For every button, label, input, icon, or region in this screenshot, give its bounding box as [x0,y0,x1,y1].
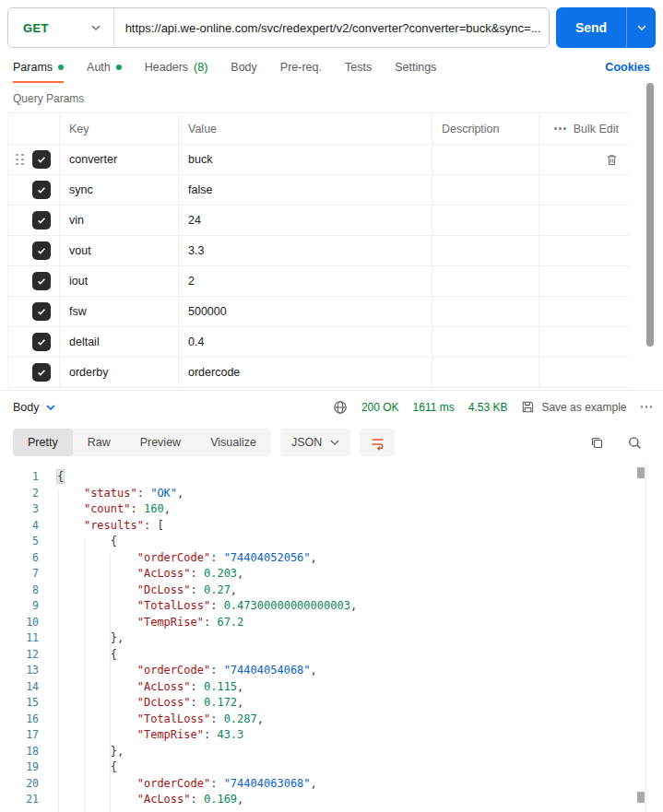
param-row-sync: syncfalse [8,175,630,206]
param-actions-cell [539,175,630,205]
code-line: 18 }, [0,744,663,760]
floppy-disk-icon [521,400,535,414]
url-input[interactable]: https://api.we-online.com/svc/redexpert/… [114,21,549,35]
globe-icon[interactable] [333,400,348,415]
param-value-field[interactable]: 0.4 [179,327,432,357]
param-row-vout: vout3.3 [8,236,630,266]
param-checkbox[interactable] [32,363,51,382]
tab-settings[interactable]: Settings [395,61,436,83]
param-checkbox[interactable] [32,302,51,321]
line-number: 12 [0,647,42,664]
param-checkbox[interactable] [32,150,51,169]
more-options-icon[interactable] [554,127,566,130]
line-content: "orderCode": "74404054068", [57,663,317,679]
param-value-field[interactable]: ordercode [179,358,432,387]
param-checkbox[interactable] [32,241,51,260]
line-number: 14 [0,679,42,696]
param-value-field[interactable]: buck [179,145,432,174]
line-number: 6 [0,550,42,567]
send-button[interactable]: Send [556,7,656,48]
param-description-field[interactable] [432,297,539,326]
response-more-options-icon[interactable] [641,406,653,408]
param-checkbox[interactable] [32,211,51,229]
param-key-field[interactable]: deltail [60,327,179,357]
format-selector[interactable]: JSON [280,429,350,456]
tab-tests[interactable]: Tests [345,61,372,83]
tab-params[interactable]: Params [13,61,64,83]
view-tab-raw[interactable]: Raw [73,429,125,456]
param-key-field[interactable]: converter [60,145,179,174]
param-description-field[interactable] [432,327,539,357]
param-checkbox[interactable] [32,181,51,199]
line-content: "TempRise": 67.2 [57,615,243,631]
param-key-field[interactable]: vout [60,236,179,265]
param-key-field[interactable]: iout [60,266,179,296]
param-description-field[interactable] [432,358,539,387]
param-select-cell [8,236,60,265]
drag-handle-icon[interactable] [16,154,26,166]
param-actions-cell [539,236,630,265]
param-key-field[interactable]: sync [60,175,179,205]
code-line: 15 "DcLoss": 0.172, [0,695,663,712]
param-value-field[interactable]: 24 [179,206,432,235]
param-checkbox[interactable] [32,272,51,290]
param-actions-cell [539,327,630,357]
wrap-text-button[interactable] [360,429,395,456]
method-selector[interactable]: GET [8,8,113,47]
param-description-field[interactable] [432,175,539,205]
code-line: 11 }, [0,630,663,647]
view-tab-preview[interactable]: Preview [125,429,195,456]
code-line: 5 { [0,534,663,550]
url-bar: GET https://api.we-online.com/svc/redexp… [7,7,550,48]
param-select-cell [8,206,60,235]
param-key-field[interactable]: fsw [60,297,179,326]
trash-icon[interactable] [605,153,619,167]
param-checkbox[interactable] [32,333,51,351]
code-line: 4 "results": [ [0,518,663,535]
tab-headers[interactable]: Headers(8) [145,61,208,83]
code-line: 12 { [0,647,663,664]
code-line: 21 "AcLoss": 0.169, [0,792,663,808]
cookies-link[interactable]: Cookies [605,61,650,81]
tab-auth[interactable]: Auth [87,61,122,83]
view-tab-visualize[interactable]: Visualize [195,429,271,456]
param-description-field[interactable] [432,236,539,265]
param-row-orderby: orderbyordercode [8,358,630,388]
response-time[interactable]: 1611 ms [413,401,455,414]
api-client-window: GET https://api.we-online.com/svc/redexp… [0,0,663,812]
code-scrollbar-thumb-bottom[interactable] [637,792,645,803]
view-tab-pretty[interactable]: Pretty [13,429,73,456]
send-options-chevron-icon[interactable] [626,7,656,48]
tab-label: Tests [345,61,372,74]
params-scrollbar[interactable] [646,83,654,347]
param-key-field[interactable]: vin [60,206,179,235]
status-badge[interactable]: 200 OK [361,401,399,414]
copy-icon[interactable] [589,435,605,451]
param-value-field[interactable]: 3.3 [179,236,432,265]
code-line: 17 "TempRise": 43.3 [0,727,663,744]
search-icon[interactable] [627,435,643,451]
param-description-field[interactable] [432,266,539,296]
param-value-field[interactable]: 500000 [179,297,432,326]
param-description-field[interactable] [432,206,539,235]
line-number: 5 [0,534,42,550]
line-content: }, [57,744,124,760]
param-value-field[interactable]: 2 [179,266,432,296]
line-content: "DcLoss": 0.172, [57,695,243,712]
response-body-selector[interactable]: Body [13,401,55,414]
response-body-viewer[interactable]: 1{2 "status": "OK",3 "count": 160,4 "res… [0,462,663,812]
code-line: 16 "TotalLoss": 0.287, [0,712,663,728]
line-content: }, [57,630,124,647]
param-description-field[interactable] [432,145,539,174]
param-key-field[interactable]: orderby [60,358,179,387]
line-number: 8 [0,583,42,599]
code-scrollbar-thumb[interactable] [637,467,645,478]
tab-label: Body [231,61,257,74]
tab-body[interactable]: Body [231,61,257,83]
bulk-edit-link[interactable]: Bulk Edit [574,123,619,135]
tab-pre-req[interactable]: Pre-req. [280,61,322,83]
param-value-field[interactable]: false [179,175,432,205]
response-size[interactable]: 4.53 KB [468,401,508,414]
code-line: 7 "AcLoss": 0.203, [0,566,663,583]
save-as-example-button[interactable]: Save as example [521,400,626,414]
